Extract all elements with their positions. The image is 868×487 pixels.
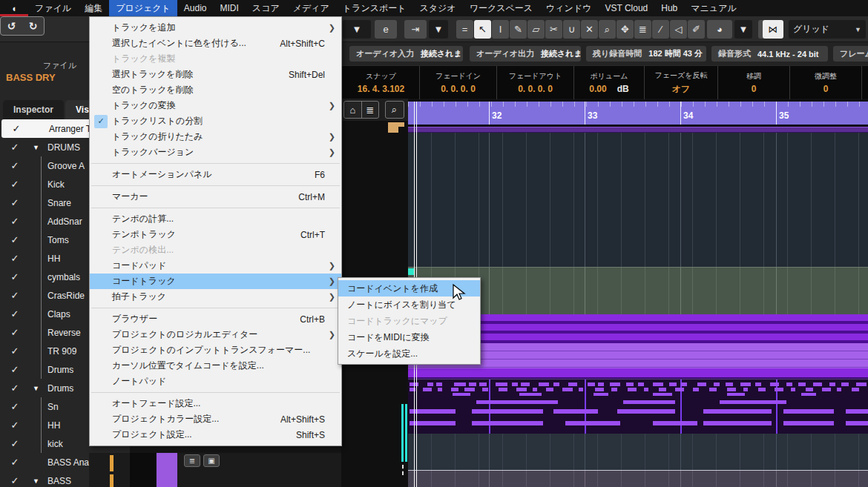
info-field-移調[interactable]: 移調0 [718, 66, 790, 99]
menu-item-トラックバージョン[interactable]: トラックバージョン❯ [90, 145, 341, 160]
audio-event-bright[interactable] [408, 368, 868, 379]
menu-item-テンポの計算[interactable]: テンポの計算... [90, 211, 341, 227]
menubar-item-マニュアル[interactable]: マニュアル [684, 0, 743, 16]
menubar-item-Audio[interactable]: Audio [177, 0, 214, 16]
submenu-item-コードをMIDIに変換[interactable]: コードをMIDIに変換 [338, 329, 480, 345]
track-visible-check-icon[interactable]: ✓ [0, 197, 30, 208]
track-visible-check-icon[interactable]: ✓ [0, 457, 30, 468]
glue-tool[interactable]: ∪ [563, 20, 580, 39]
menu-item-ノートパッド[interactable]: ノートパッド [90, 374, 341, 389]
menubar-item-ファイル[interactable]: ファイル [28, 0, 78, 16]
track-visible-check-icon[interactable]: ✓ [0, 160, 30, 171]
info-field-微調整[interactable]: 微調整0 [790, 66, 862, 99]
menubar-item-編集[interactable]: 編集 [78, 0, 109, 16]
track-visible-check-icon[interactable]: ✓ [0, 308, 30, 319]
menu-item-トラックリストの分割[interactable]: ✓トラックリストの分割 [90, 113, 341, 129]
track-visible-check-icon[interactable]: ✓ [0, 401, 30, 412]
info-field-スナップ[interactable]: スナップ16. 4. 3.102 [343, 66, 420, 99]
status-badge-フレームレート[interactable]: フレームレート [833, 46, 868, 62]
open-dropdown[interactable]: ▼ [343, 20, 371, 39]
track-visible-check-icon[interactable]: ✓ [0, 142, 30, 153]
menu-item-オートメーションパネル[interactable]: オートメーションパネルF6 [90, 167, 341, 182]
undo-icon[interactable]: ↺ [7, 20, 16, 32]
grid-type-dropdown[interactable]: グリッド ▼ [789, 20, 866, 39]
time-warp-tool[interactable]: ≣ [634, 20, 651, 39]
play-tool[interactable]: ◁ [670, 20, 687, 39]
menu-item-ブラウザー[interactable]: ブラウザーCtrl+B [90, 311, 341, 327]
track-visible-check-icon[interactable]: ✓ [1, 123, 31, 134]
grid-type-button[interactable]: = [456, 20, 473, 39]
status-badge-残り録音時間[interactable]: 残り録音時間182 時間 43 分 [586, 46, 706, 62]
home-icon[interactable]: ⌂ [344, 102, 361, 118]
status-badge-オーディオ入力[interactable]: オーディオ入力接続されました [349, 46, 463, 62]
track-visible-check-icon[interactable]: ✓ [0, 290, 30, 301]
track-controls-button[interactable]: ≣ [184, 454, 200, 467]
empty-track-lane[interactable] [408, 133, 868, 267]
track-visible-check-icon[interactable]: ✓ [0, 327, 30, 338]
track-visible-check-icon[interactable]: ✓ [0, 216, 30, 227]
menu-item-プロジェクトのロジカルエディター[interactable]: プロジェクトのロジカルエディター❯ [90, 327, 341, 342]
empty-lane-lower[interactable] [408, 434, 868, 470]
workspace-dropdown[interactable]: ▼ [734, 20, 752, 39]
track-visible-check-icon[interactable]: ✓ [0, 475, 30, 486]
menu-item-トラックを追加[interactable]: トラックを追加❯ [90, 20, 341, 36]
info-field-フェードアウト[interactable]: フェードアウト0. 0. 0. 0 [497, 66, 574, 99]
track-visible-check-icon[interactable]: ✓ [0, 364, 30, 375]
zoom-tool[interactable]: ⌕ [599, 20, 616, 39]
object-selection-tool[interactable]: ↖ [474, 20, 491, 39]
track-lock-button[interactable]: ▣ [203, 454, 220, 467]
edit-channel-button[interactable]: e [375, 20, 397, 39]
snap-toggle-button[interactable]: ⋈ [763, 20, 783, 39]
menubar-item-MIDI[interactable]: MIDI [214, 0, 246, 16]
draw-tool[interactable]: ✎ [510, 20, 527, 39]
menu-item-マーカー[interactable]: マーカーCtrl+M [90, 189, 341, 205]
menu-item-プロジェクト設定[interactable]: プロジェクト設定...Shift+S [90, 427, 341, 443]
menu-item-オートフェード設定[interactable]: オートフェード設定... [90, 396, 341, 411]
workspace-button[interactable]: ◕ [707, 20, 732, 39]
autoscroll-button[interactable]: ⇥ [404, 20, 427, 39]
comp-tool[interactable]: ✥ [617, 20, 634, 39]
menu-item-トラックの変換[interactable]: トラックの変換❯ [90, 98, 341, 113]
menubar-item-メディア[interactable]: メディア [286, 0, 336, 16]
menubar-item-ワークスペース[interactable]: ワークスペース [463, 0, 539, 16]
menu-item-トラックの折りたたみ[interactable]: トラックの折りたたみ❯ [90, 129, 341, 145]
menubar-item-スタジオ[interactable]: スタジオ [413, 0, 463, 16]
track-visible-check-icon[interactable]: ✓ [0, 345, 30, 357]
menubar-item-ウィンドウ[interactable]: ウィンドウ [539, 0, 598, 16]
track-visible-check-icon[interactable]: ✓ [0, 438, 30, 449]
track-visible-check-icon[interactable]: ✓ [0, 234, 30, 245]
menubar-item-トランスポート[interactable]: トランスポート [336, 0, 413, 16]
menu-item-コードトラック[interactable]: コードトラック❯ [90, 274, 341, 289]
expander-icon[interactable]: ▼ [33, 385, 39, 392]
menu-item-選択したイベントに色を付ける[interactable]: 選択したイベントに色を付ける...Alt+Shift+C [90, 36, 341, 51]
status-badge-オーディオ出力[interactable]: オーディオ出力接続されました [470, 46, 581, 62]
menu-item-選択トラックを削除[interactable]: 選択トラックを削除Shift+Del [90, 67, 341, 82]
menu-item-コードパッド[interactable]: コードパッド❯ [90, 258, 341, 274]
color-tool[interactable]: ✐ [688, 20, 705, 39]
track-visible-check-icon[interactable]: ✓ [0, 253, 30, 264]
autoscroll-options-dropdown[interactable]: ▼ [429, 20, 448, 39]
menu-item-カーソル位置でタイムコードを設定[interactable]: カーソル位置でタイムコードを設定... [90, 358, 341, 374]
line-tool[interactable]: ∕ [652, 20, 669, 39]
bottom-track-lane[interactable] [408, 470, 868, 487]
tab-inspector[interactable]: Inspector [3, 100, 64, 119]
menubar-item-プロジェクト[interactable]: プロジェクト [109, 0, 177, 16]
track-visible-check-icon[interactable]: ✓ [0, 382, 30, 394]
folder-track-icon[interactable] [388, 122, 404, 133]
midi-part-events[interactable] [408, 379, 868, 434]
info-field-フェードイン[interactable]: フェードイン0. 0. 0. 0 [420, 66, 497, 99]
menu-item-プロジェクトのインプットトランスフォーマー[interactable]: プロジェクトのインプットトランスフォーマー... [90, 342, 341, 358]
split-tool[interactable]: ✂ [545, 20, 562, 39]
menubar-item-スコア[interactable]: スコア [246, 0, 286, 16]
status-badge-録音形式[interactable]: 録音形式44.1 kHz - 24 bit [711, 46, 828, 62]
menu-item-プロジェクトカラー設定[interactable]: プロジェクトカラー設定...Alt+Shift+S [90, 411, 341, 427]
expander-icon[interactable]: ▼ [33, 144, 39, 151]
mute-tool[interactable]: ✕ [581, 20, 598, 39]
redo-icon[interactable]: ↻ [29, 20, 38, 32]
range-selection-tool[interactable]: I [492, 20, 509, 39]
track-visible-check-icon[interactable]: ✓ [0, 271, 30, 282]
track-visible-check-icon[interactable]: ✓ [0, 420, 30, 431]
info-field-フェーズを反転[interactable]: フェーズを反転オフ [645, 66, 718, 99]
menubar-item-Hub[interactable]: Hub [654, 0, 684, 16]
erase-tool[interactable]: ▱ [527, 20, 545, 39]
